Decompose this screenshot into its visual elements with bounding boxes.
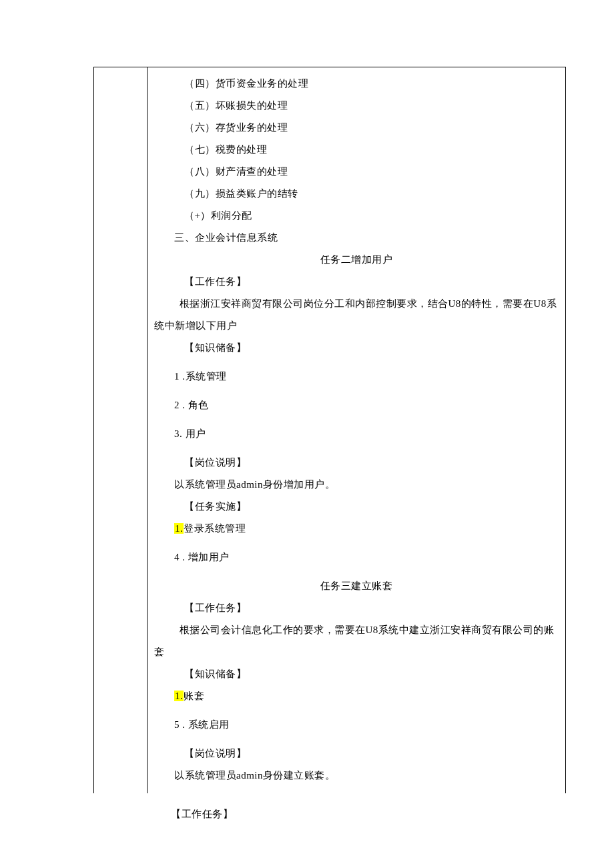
body-text: 根据浙江安祥商贸有限公司岗位分工和内部控制要求，结合U8的特性，需要在U8系统中… <box>154 293 559 337</box>
list-item-text: 账套 <box>184 691 204 701</box>
list-item: （八）财产清查的处理 <box>154 161 559 183</box>
section-heading: 三、企业会计信息系统 <box>154 227 559 249</box>
body-text-inner: 根据浙江安祥商贸有限公司岗位分工和内部控制要求，结合U8的特性，需要在U8系统中… <box>154 298 557 331</box>
footer-label: 【工作任务】 <box>171 808 233 821</box>
subsection-label: 【工作任务】 <box>154 271 559 293</box>
list-item: （七）税费的处理 <box>154 139 559 161</box>
content-table: （四）货币资金业务的处理 （五）坏账损失的处理 （六）存货业务的处理 （七）税费… <box>93 67 566 793</box>
body-text: 以系统管理员admin身份增加用户。 <box>154 474 559 496</box>
subsection-label: 【工作任务】 <box>154 597 559 619</box>
list-item: 1.账套 <box>154 685 559 707</box>
list-item: 1.登录系统管理 <box>154 518 559 540</box>
subsection-label: 【知识储备】 <box>154 663 559 685</box>
subsection-label: 【岗位说明】 <box>154 452 559 474</box>
list-item: （六）存货业务的处理 <box>154 117 559 139</box>
subsection-label: 【任务实施】 <box>154 496 559 518</box>
list-item: （九）损益类账户的结转 <box>154 183 559 205</box>
list-item: （四）货币资金业务的处理 <box>154 73 559 95</box>
highlight: 1. <box>174 691 184 701</box>
subsection-label: 【岗位说明】 <box>154 743 559 765</box>
body-text: 根据公司会计信息化工作的要求，需要在U8系统中建立浙江安祥商贸有限公司的账套 <box>154 619 559 663</box>
list-item: 3. 用户 <box>154 423 559 445</box>
list-item-text: 登录系统管理 <box>184 523 246 534</box>
list-item: 5 . 系统启用 <box>154 714 559 736</box>
list-item: （五）坏账损失的处理 <box>154 95 559 117</box>
task-title: 任务三建立账套 <box>154 575 559 597</box>
list-item: 1 .系统管理 <box>154 366 559 388</box>
document-body: （四）货币资金业务的处理 （五）坏账损失的处理 （六）存货业务的处理 （七）税费… <box>93 67 566 793</box>
right-column: （四）货币资金业务的处理 （五）坏账损失的处理 （六）存货业务的处理 （七）税费… <box>147 67 565 793</box>
task-title: 任务二增加用户 <box>154 249 559 271</box>
list-item: 4 . 增加用户 <box>154 546 559 568</box>
left-column <box>94 67 147 793</box>
list-item: 2 . 角色 <box>154 394 559 416</box>
highlight: 1. <box>174 523 184 534</box>
subsection-label: 【知识储备】 <box>154 337 559 359</box>
body-text: 以系统管理员admin身份建立账套。 <box>154 765 559 787</box>
list-item: （+）利润分配 <box>154 205 559 227</box>
body-text-inner: 根据公司会计信息化工作的要求，需要在U8系统中建立浙江安祥商贸有限公司的账套 <box>154 624 554 657</box>
